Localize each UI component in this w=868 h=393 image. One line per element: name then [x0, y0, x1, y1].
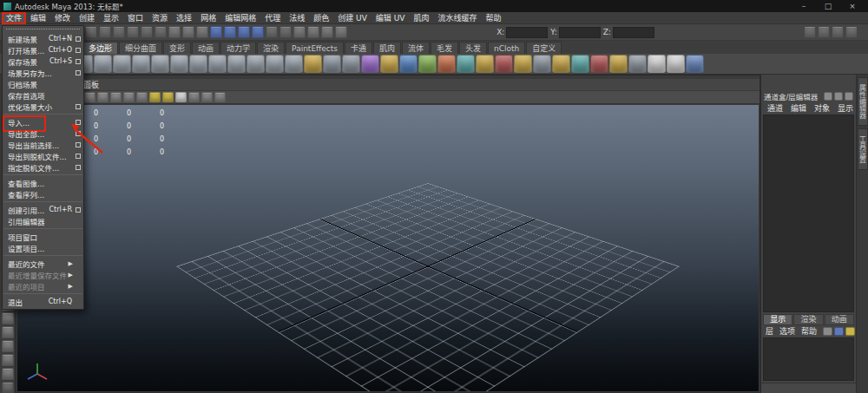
sculpt-geometry-icon[interactable] [304, 55, 322, 73]
bevel-icon[interactable] [437, 55, 456, 73]
safe-action-icon[interactable] [175, 92, 187, 102]
resolution-gate-icon[interactable] [136, 92, 148, 102]
extrude-icon[interactable] [399, 55, 418, 73]
normals-display-icon[interactable] [686, 55, 704, 73]
edge-tab-1[interactable]: 属性编辑器 [858, 77, 868, 126]
channel-box-content[interactable] [763, 115, 854, 312]
shelf-tab-12[interactable]: 毛发 [431, 42, 458, 54]
snap-to-view-plane-icon[interactable] [252, 26, 264, 38]
ipr-render-icon[interactable] [321, 26, 333, 38]
smooth-icon[interactable] [380, 55, 398, 73]
option-box-icon[interactable] [76, 59, 81, 64]
edge-tab-2[interactable]: 工具设置 [858, 128, 868, 170]
fill-hole-icon[interactable] [628, 55, 647, 73]
shelf-tab-5[interactable]: 动画 [192, 42, 220, 54]
poly-cone-icon[interactable] [132, 55, 150, 73]
option-box-icon[interactable] [76, 165, 81, 170]
file-menu-item-14[interactable]: 查看序列... [3, 188, 83, 200]
render-settings-icon[interactable] [335, 26, 347, 38]
file-menu-item-3[interactable]: 保存场景Ctrl+S [3, 56, 83, 67]
menubar-item-5[interactable]: 显示 [99, 12, 123, 24]
layer-menu-1[interactable]: 层 [766, 325, 773, 337]
poly-cube-icon[interactable] [94, 55, 112, 73]
option-box-icon[interactable] [76, 48, 81, 53]
snap-to-curve-icon[interactable] [224, 26, 236, 38]
option-box-icon[interactable] [76, 131, 81, 136]
open-render-view-icon[interactable] [293, 26, 306, 38]
option-box-icon[interactable] [76, 154, 81, 159]
separate-icon[interactable] [342, 55, 360, 73]
channel-settings-icon[interactable] [845, 92, 853, 101]
layer-menu-3[interactable]: 帮助 [801, 325, 817, 337]
menubar-item-15[interactable]: 编辑 UV [372, 12, 410, 24]
snap-to-point-icon[interactable] [238, 26, 250, 38]
shelf-tab-14[interactable]: nCloth [488, 42, 525, 54]
layer-tab-3[interactable]: 动画 [825, 314, 854, 325]
poly-prism-icon[interactable] [189, 55, 207, 73]
coordinate-input-2[interactable] [559, 27, 601, 38]
default-lighting-icon[interactable] [214, 92, 226, 102]
menubar-item-1[interactable]: 文件 [2, 12, 26, 24]
render-current-frame-icon[interactable] [307, 26, 319, 38]
file-menu-item-19[interactable]: 最近的文件▶ [3, 258, 83, 269]
safe-title-icon[interactable] [188, 92, 200, 102]
rotate-tool-icon[interactable] [2, 354, 14, 366]
menubar-item-12[interactable]: 法线 [285, 12, 309, 24]
make-live-icon[interactable] [266, 26, 278, 38]
file-menu-item-2[interactable]: 打开场景...Ctrl+O [3, 44, 83, 56]
channel-box-menu-2[interactable]: 编辑 [791, 102, 806, 114]
shelf-tab-13[interactable]: 头发 [459, 42, 487, 54]
file-menu-item-22[interactable]: 退出Ctrl+Q [3, 296, 83, 307]
sidebar-tool-settings-icon[interactable] [832, 26, 844, 38]
paint-selection-tool-icon[interactable] [2, 326, 14, 338]
offset-edge-loop-icon[interactable] [533, 55, 551, 73]
sidebar-attr-editor-icon[interactable] [818, 26, 830, 38]
poly-plane-icon[interactable] [151, 55, 169, 73]
file-menu-item-5[interactable]: 归档场景 [3, 78, 83, 89]
option-box-icon[interactable] [76, 142, 81, 147]
file-menu-item-9[interactable]: 导出全部... [3, 128, 83, 139]
file-menu-item-8[interactable]: 导入... [3, 116, 83, 128]
insert-edge-loop-icon[interactable] [514, 55, 532, 73]
menubar-item-4[interactable]: 创建 [75, 12, 99, 24]
move-tool-icon[interactable] [2, 340, 14, 352]
menubar-item-2[interactable]: 编辑 [26, 12, 50, 24]
poly-cylinder-icon[interactable] [113, 55, 131, 73]
menubar-item-7[interactable]: 资源 [148, 12, 172, 24]
file-menu-item-17[interactable]: 项目窗口 [3, 231, 83, 242]
mirror-geometry-icon[interactable] [457, 55, 475, 73]
scale-tool-icon[interactable] [2, 368, 14, 380]
shelf-tab-15[interactable]: 自定义 [526, 42, 562, 54]
file-menu-item-16[interactable]: 引用编辑器 [3, 215, 83, 226]
redo-icon[interactable] [155, 26, 167, 38]
file-menu-item-11[interactable]: 导出到脱机文件... [3, 150, 83, 161]
crease-tool-icon[interactable] [552, 55, 570, 73]
poly-torus-icon[interactable] [170, 55, 188, 73]
menubar-item-16[interactable]: 肌肉 [409, 12, 433, 24]
multi-cut-icon[interactable] [571, 55, 589, 73]
new-scene-icon[interactable] [99, 26, 111, 38]
channel-box-menu-4[interactable]: 显示 [838, 102, 853, 114]
single-pane-layout-icon[interactable] [2, 382, 14, 393]
menubar-item-8[interactable]: 选择 [172, 12, 196, 24]
open-scene-icon[interactable] [113, 26, 125, 38]
shelf-tab-3[interactable]: 细分曲面 [119, 42, 162, 54]
layer-list[interactable] [763, 337, 854, 381]
sidebar-channel-box-icon[interactable] [845, 26, 858, 38]
menu-tearoff-handle[interactable] [6, 29, 80, 31]
option-box-icon[interactable] [76, 70, 81, 75]
poly-pipe-icon[interactable] [227, 55, 246, 73]
uv-checker-plane-icon[interactable] [667, 55, 685, 73]
menubar-item-10[interactable]: 编辑网格 [220, 12, 260, 24]
file-menu-item-6[interactable]: 保存首选项 [3, 89, 83, 101]
wireframe-mode-icon[interactable] [201, 92, 213, 102]
layer-menu-2[interactable]: 选项 [779, 325, 795, 337]
file-menu-item-4[interactable]: 场景另存为... [3, 67, 83, 78]
shelf-tab-11[interactable]: 流体 [402, 42, 430, 54]
save-scene-icon[interactable] [127, 26, 139, 38]
shelf-tab-8[interactable]: PaintEffects [286, 42, 344, 54]
grease-pencil-icon[interactable] [97, 92, 108, 102]
platonic-solids-icon[interactable] [285, 55, 303, 73]
undo-icon[interactable] [141, 26, 153, 38]
viewport-canvas[interactable]: 000000000000 [17, 105, 759, 391]
